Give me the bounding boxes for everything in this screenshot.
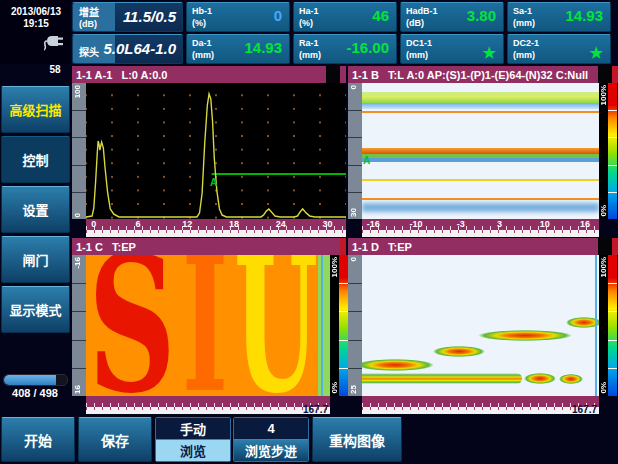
reading-ra1: Ra-1 (mm) -16.00 — [293, 34, 397, 64]
panel-d-titlebar[interactable]: 1-1 D T:EP — [348, 238, 618, 255]
rebuild-image-button[interactable]: 重构图像 — [312, 417, 402, 462]
sidebar-item-advanced-scan[interactable]: 高级扫描 — [1, 86, 70, 133]
axis-label-top: 0 — [349, 257, 358, 261]
panel-d-marker-black — [598, 238, 612, 255]
c-scan-image[interactable]: S I U — [86, 255, 330, 396]
start-button[interactable]: 开始 — [1, 417, 75, 462]
panel-b-titlebar[interactable]: 1-1 B T:L A:0 AP:(S)1-(P)1-(E)64-(N)32 C… — [348, 66, 618, 83]
echo-band-long — [362, 373, 522, 384]
gate-a-label: A — [210, 177, 217, 188]
echo-band — [362, 158, 599, 162]
panel-a-ruler-fine — [86, 230, 346, 237]
reading-sa1: Sa-1 (mm) 14.93 — [507, 2, 611, 32]
panel-d-ruler — [362, 396, 599, 407]
panel-c-colorbar — [339, 255, 348, 396]
reading-name: DC1-1 — [406, 38, 432, 49]
mode-manual-option[interactable]: 手动 — [156, 418, 230, 440]
reading-unit: (%) — [299, 18, 313, 28]
reading-unit: (mm) — [406, 50, 428, 60]
panel-c-title: 1-1 C T:EP — [76, 241, 136, 253]
a-scan-plot[interactable]: A — [86, 83, 346, 219]
mode-browse-option[interactable]: 浏览 — [156, 440, 230, 461]
panel-a-ruler: 0 6 12 18 24 30 — [86, 219, 346, 230]
sidebar-item-control[interactable]: 控制 — [1, 136, 70, 183]
gain-value: 11.5/0.5 — [123, 8, 176, 25]
panel-b-title: 1-1 B T:L A:0 AP:(S)1-(P)1-(E)64-(N)32 C… — [352, 69, 588, 81]
axis-label-bottom: 16 — [73, 385, 82, 394]
axis-label-top: 0 — [349, 85, 358, 89]
reading-value: 46 — [372, 7, 389, 24]
panel-c-colorbar-labels: 100% 0% — [330, 255, 339, 396]
reading-dc1: DC1-1 (mm) ★ — [400, 34, 504, 64]
reading-value: ★ — [590, 44, 603, 62]
sidebar-item-label: 高级扫描 — [9, 100, 61, 119]
panel-c-marker-red — [340, 238, 346, 255]
rebuild-button-label: 重构图像 — [329, 430, 385, 450]
echo-band — [362, 103, 599, 109]
reading-value: 0 — [274, 7, 282, 24]
probe-cell[interactable]: 探头 5.0L64-1.0 — [72, 34, 183, 64]
reading-unit: (dB) — [406, 18, 424, 28]
echo-line — [362, 198, 599, 200]
browse-step-label[interactable]: 浏览步进 — [234, 440, 308, 461]
gain-cell[interactable]: 增益 (dB) 11.5/0.5 — [72, 2, 183, 32]
echo-blob — [524, 373, 556, 384]
sidebar-item-display-mode[interactable]: 显示模式 — [1, 286, 70, 333]
gain-unit: (dB) — [79, 19, 97, 29]
b-scan-image[interactable]: A — [362, 83, 599, 219]
reading-unit: (mm) — [299, 50, 321, 60]
panel-c-titlebar[interactable]: 1-1 C T:EP — [72, 238, 346, 255]
echo-band — [362, 92, 599, 103]
panel-b-marker-red — [612, 66, 618, 83]
sidebar-item-gate[interactable]: 闸门 — [1, 236, 70, 283]
sidebar-item-label: 控制 — [22, 150, 48, 169]
axis-label-bottom: 0 — [73, 213, 82, 217]
panel-b-marker-black — [598, 66, 612, 83]
reading-value: 14.93 — [565, 7, 603, 24]
reading-da1: Da-1 (mm) 14.93 — [186, 34, 290, 64]
panel-a-title: 1-1 A-1 L:0 A:0.0 — [76, 69, 168, 81]
scan-cursor[interactable] — [595, 255, 597, 396]
panel-b-depth-axis: 0 30 — [348, 83, 362, 219]
panel-c-ruler — [86, 396, 330, 407]
panel-b-ruler: -16 -10 -3 3 10 16 — [362, 219, 599, 230]
panel-b-colorbar — [608, 83, 617, 219]
scan-cursor[interactable] — [321, 255, 323, 396]
echo-blob — [362, 359, 434, 371]
reading-name: DC2-1 — [513, 38, 539, 49]
save-button-label: 保存 — [101, 430, 129, 450]
save-button[interactable]: 保存 — [78, 417, 152, 462]
mode-toggle[interactable]: 手动 浏览 — [155, 417, 231, 462]
sidebar-item-label: 闸门 — [22, 250, 48, 269]
sidebar-item-label: 设置 — [22, 200, 48, 219]
angle-counter: 58 — [40, 64, 70, 75]
echo-band — [362, 203, 599, 212]
panel-d-marker-red — [612, 238, 618, 255]
reading-name: Sa-1 — [513, 6, 532, 17]
d-scan-image[interactable] — [362, 255, 599, 396]
echo-line — [362, 111, 599, 113]
browse-step-value[interactable]: 4 — [234, 418, 308, 440]
reading-hadb1: HadB-1 (dB) 3.80 — [400, 2, 504, 32]
cscan-letter-i: I — [182, 255, 228, 396]
scan-position-value: 167.7 — [303, 404, 328, 415]
cscan-letter-s: S — [88, 255, 176, 396]
panel-d-colorbar — [608, 255, 617, 396]
panel-b-scan: 1-1 B T:L A:0 AP:(S)1-(P)1-(E)64-(N)32 C… — [348, 66, 618, 236]
reading-value: -16.00 — [346, 39, 389, 56]
panel-d-ruler-fine: 167.7 — [362, 407, 599, 414]
echo-blob — [559, 374, 583, 384]
sidebar-item-settings[interactable]: 设置 — [1, 186, 70, 233]
panel-d-scan: 1-1 D T:EP 0 25 100% 0% 167.7 — [348, 238, 618, 415]
reading-value: ★ — [483, 44, 496, 62]
echo-line — [362, 179, 599, 181]
instrument-screen: 2013/06/13 19:15 58 增益 (dB) 11.5/0.5 探头 … — [0, 0, 618, 464]
date-label: 2013/06/13 — [4, 6, 68, 17]
panel-c-index-axis: -16 16 — [72, 255, 86, 396]
browse-step-control[interactable]: 4 浏览步进 — [233, 417, 309, 462]
panel-a-titlebar[interactable]: 1-1 A-1 L:0 A:0.0 — [72, 66, 346, 83]
progress-fill — [4, 375, 56, 385]
panel-d-title: 1-1 D T:EP — [352, 241, 412, 253]
panel-c-scan: 1-1 C T:EP -16 16 S I U 100% 0% — [72, 238, 346, 415]
gate-a-marker: A — [363, 155, 370, 166]
